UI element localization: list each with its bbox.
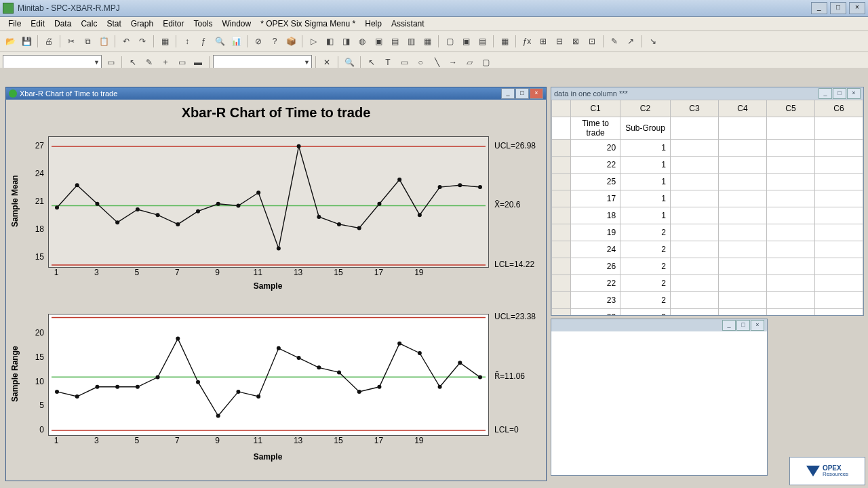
worksheet-grid[interactable]: C1C2C3C4C5C6Time to tradeSub-Group201221…: [551, 100, 863, 315]
chart-close-button[interactable]: ×: [530, 88, 543, 99]
svg-point-22: [438, 185, 442, 189]
ws-max-button[interactable]: □: [833, 88, 846, 99]
cancel-icon[interactable]: ⊘: [251, 34, 266, 49]
a3-icon[interactable]: ⊠: [568, 34, 583, 49]
print-icon[interactable]: 🖨: [41, 34, 56, 49]
g5-icon[interactable]: ▤: [387, 34, 402, 49]
svg-point-17: [337, 222, 341, 226]
menu-editor[interactable]: Editor: [159, 18, 188, 30]
g3-icon[interactable]: ◍: [355, 34, 370, 49]
worksheet-titlebar[interactable]: data in one column *** _ □ ×: [551, 87, 863, 100]
svg-point-18: [357, 226, 361, 230]
undo-icon[interactable]: ↶: [119, 34, 134, 49]
svg-point-15: [297, 144, 301, 148]
menubar: File Edit Data Calc Stat Graph Editor To…: [0, 17, 868, 31]
r-ucl-label: UCL=23.38: [494, 312, 536, 321]
sess-close-button[interactable]: ×: [751, 320, 764, 331]
menu-window[interactable]: Window: [218, 18, 256, 30]
p2-icon[interactable]: ↗: [623, 34, 638, 49]
chart-icon[interactable]: 📊: [229, 34, 243, 49]
svg-point-3: [55, 205, 59, 209]
svg-point-24: [478, 185, 482, 189]
svg-point-6: [115, 220, 119, 224]
help-icon[interactable]: ?: [267, 34, 282, 49]
menu-file[interactable]: File: [4, 18, 25, 30]
svg-point-29: [75, 394, 79, 399]
sess-min-button[interactable]: _: [722, 320, 736, 331]
w2-icon[interactable]: ▣: [458, 34, 473, 49]
svg-point-5: [95, 202, 99, 206]
chart-window-titlebar[interactable]: Xbar-R Chart of Time to trade _ □ ×: [6, 87, 546, 100]
w1-icon[interactable]: ▢: [442, 34, 457, 49]
run-icon[interactable]: ▷: [306, 34, 321, 49]
redo-icon[interactable]: ↷: [135, 34, 150, 49]
opex-logo: OPEX Resources: [789, 457, 865, 485]
menu-graph[interactable]: Graph: [127, 18, 157, 30]
a4-icon[interactable]: ⊡: [585, 34, 599, 49]
stat-icon[interactable]: ƒ: [196, 34, 211, 49]
worksheet-window: data in one column *** _ □ × C1C2C3C4C5C…: [551, 87, 864, 316]
menu-calc[interactable]: Calc: [77, 18, 101, 30]
app-titlebar: Minitab - SPC-XBAR-R.MPJ _ □ ×: [0, 0, 868, 17]
sess-max-button[interactable]: □: [736, 320, 750, 331]
g1-icon[interactable]: ◧: [322, 34, 337, 49]
svg-point-47: [438, 385, 442, 389]
open-icon[interactable]: 📂: [3, 34, 18, 49]
g4-icon[interactable]: ▣: [371, 34, 386, 49]
chart-window-title: Xbar-R Chart of Time to trade: [20, 89, 117, 98]
fx-icon[interactable]: ƒx: [519, 34, 534, 49]
chart-max-button[interactable]: □: [515, 88, 529, 99]
p1-icon[interactable]: ✎: [607, 34, 622, 49]
svg-point-13: [256, 190, 260, 195]
session-window: _ □ ×: [551, 319, 768, 476]
svg-point-20: [397, 178, 401, 182]
svg-point-46: [418, 351, 422, 355]
g7-icon[interactable]: ▦: [420, 34, 435, 49]
p3-icon[interactable]: ↘: [646, 34, 660, 49]
minimize-button[interactable]: _: [811, 2, 827, 14]
save-icon[interactable]: 💾: [19, 34, 34, 49]
menu-stat[interactable]: Stat: [102, 18, 125, 30]
copy-icon[interactable]: ⧉: [80, 34, 95, 49]
project-icon[interactable]: ▦: [157, 34, 172, 49]
menu-help[interactable]: Help: [361, 18, 386, 30]
svg-point-16: [317, 215, 321, 219]
g2-icon[interactable]: ◨: [338, 34, 353, 49]
xbar-yticks: 1518212427: [26, 136, 45, 266]
menu-edit[interactable]: Edit: [26, 18, 49, 30]
chart-window: Xbar-R Chart of Time to trade _ □ × Xbar…: [5, 87, 547, 481]
g6-icon[interactable]: ▥: [403, 34, 418, 49]
paste-icon[interactable]: 📋: [96, 34, 111, 49]
cut-icon[interactable]: ✂: [64, 34, 79, 49]
svg-point-44: [377, 385, 381, 389]
menu-opex[interactable]: * OPEX Six Sigma Menu *: [256, 18, 359, 30]
find-icon[interactable]: 🔍: [212, 34, 227, 49]
menu-assistant[interactable]: Assistant: [387, 18, 429, 30]
maximize-button[interactable]: □: [830, 2, 846, 14]
ws-close-button[interactable]: ×: [847, 88, 861, 99]
box-icon[interactable]: 📦: [283, 34, 298, 49]
r-plot: [49, 314, 488, 435]
menu-data[interactable]: Data: [50, 18, 75, 30]
toolbar-main: 📂 💾 🖨 ✂ ⧉ 📋 ↶ ↷ ▦ ↕ ƒ 🔍 📊 ⊘ ? 📦 ▷ ◧ ◨ ◍ …: [0, 31, 868, 52]
session-titlebar[interactable]: _ □ ×: [551, 319, 767, 331]
svg-point-9: [176, 222, 180, 226]
session-body[interactable]: [551, 331, 767, 475]
xbar-ucl-label: UCL=26.98: [494, 141, 536, 150]
chart-min-button[interactable]: _: [501, 88, 515, 99]
xbar-xlabel: Sample: [48, 281, 488, 291]
grid-icon[interactable]: ▦: [497, 34, 512, 49]
window-buttons: _ □ ×: [810, 2, 865, 14]
opex-sub: Resources: [823, 472, 848, 477]
a1-icon[interactable]: ⊞: [536, 34, 551, 49]
svg-point-37: [236, 390, 240, 394]
svg-point-45: [397, 342, 401, 346]
menu-tools[interactable]: Tools: [189, 18, 216, 30]
close-button[interactable]: ×: [849, 2, 865, 14]
a2-icon[interactable]: ⊟: [552, 34, 567, 49]
insert-icon[interactable]: ↕: [180, 34, 195, 49]
svg-point-14: [277, 247, 281, 251]
w3-icon[interactable]: ▤: [475, 34, 490, 49]
xbar-panel: [48, 136, 489, 268]
ws-min-button[interactable]: _: [818, 88, 832, 99]
